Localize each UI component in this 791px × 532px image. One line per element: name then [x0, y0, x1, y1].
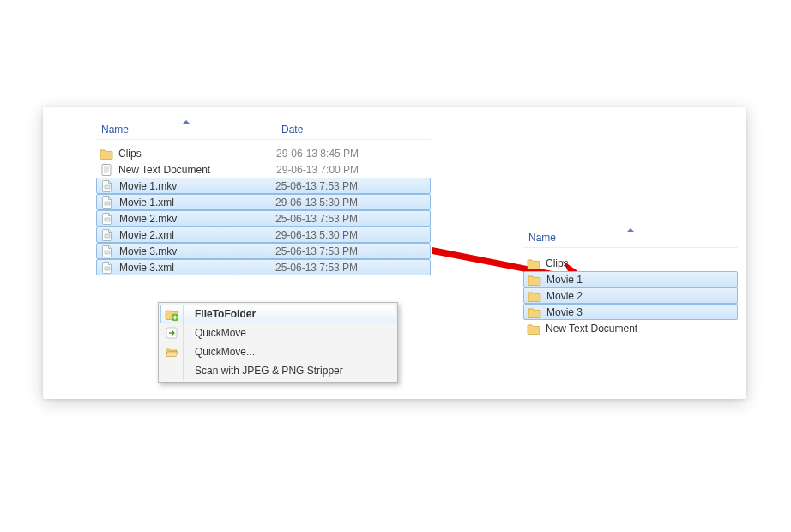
folder-add-icon — [162, 306, 181, 322]
file-name: Movie 3.mkv — [119, 245, 275, 257]
comparison-card: Name Date Clips29-06-13 8:45 PM New Text… — [43, 107, 746, 399]
menu-item-label: QuickMove — [190, 327, 246, 339]
menu-item[interactable]: FileToFolder — [160, 305, 396, 323]
svg-rect-0 — [102, 164, 111, 175]
menu-item-label: QuickMove... — [190, 346, 255, 358]
file-icon — [100, 212, 114, 226]
file-row[interactable]: Movie 3 — [523, 304, 738, 320]
file-date: 25-06-13 7:53 PM — [275, 180, 358, 192]
folder-icon — [528, 289, 541, 303]
menu-item[interactable]: Scan with JPEG & PNG Stripper — [160, 361, 396, 380]
context-menu: FileToFolder QuickMove QuickMove...Scan … — [158, 302, 398, 383]
menu-separator — [183, 305, 190, 323]
left-column-headers: Name Date — [96, 119, 431, 140]
file-row[interactable]: New Text Document29-06-13 7:00 PM — [96, 161, 431, 178]
file-name: Movie 3 — [546, 306, 583, 318]
svg-rect-9 — [105, 251, 110, 254]
menu-separator — [183, 323, 190, 342]
file-row[interactable]: New Text Document — [523, 320, 738, 336]
menu-separator — [183, 342, 190, 361]
menu-item[interactable]: QuickMove — [160, 323, 396, 342]
menu-item[interactable]: QuickMove... — [160, 342, 396, 361]
file-icon — [100, 196, 114, 209]
file-row[interactable]: Movie 3.mkv25-06-13 7:53 PM — [96, 243, 431, 259]
folder-icon — [527, 322, 540, 336]
column-header-date[interactable]: Date — [276, 124, 431, 136]
arrow-right-icon — [162, 325, 181, 341]
file-date: 25-06-13 7:53 PM — [275, 245, 358, 257]
left-file-list: Clips29-06-13 8:45 PM New Text Document2… — [96, 145, 431, 275]
file-name: New Text Document — [118, 164, 276, 176]
file-icon — [100, 245, 114, 258]
file-row[interactable]: Movie 2 — [523, 287, 738, 304]
left-explorer-pane: Name Date Clips29-06-13 8:45 PM New Text… — [96, 119, 431, 275]
right-file-list: Clips Movie 1 Movie 2 Movie 3 New Text D… — [523, 255, 738, 336]
file-name: Movie 2.mkv — [119, 213, 275, 225]
file-row[interactable]: Movie 2.mkv25-06-13 7:53 PM — [96, 210, 431, 227]
file-name: Movie 1 — [546, 274, 583, 286]
right-explorer-pane: Name Clips Movie 1 Movie 2 Movie 3 New T… — [523, 227, 738, 336]
file-date: 25-06-13 7:53 PM — [275, 213, 358, 225]
file-row[interactable]: Movie 1.mkv25-06-13 7:53 PM — [96, 178, 431, 194]
folder-open-icon — [162, 344, 181, 360]
folder-icon — [528, 273, 541, 287]
file-name: Movie 2.xml — [119, 229, 275, 241]
file-row[interactable]: Movie 3.xml25-06-13 7:53 PM — [96, 259, 431, 275]
file-row[interactable]: Movie 1.xml29-06-13 5:30 PM — [96, 194, 431, 210]
column-header-name[interactable]: Name — [96, 124, 276, 136]
folder-icon — [527, 257, 540, 270]
doc-icon — [100, 163, 113, 177]
file-name: Clips — [546, 257, 569, 269]
file-icon — [100, 179, 114, 193]
menu-item-label: FileToFolder — [190, 308, 256, 320]
right-column-headers: Name — [523, 227, 738, 248]
file-name: Movie 1.mkv — [119, 180, 275, 192]
svg-rect-5 — [105, 185, 110, 189]
file-name: Movie 1.xml — [119, 196, 275, 209]
menu-item-label: Scan with JPEG & PNG Stripper — [190, 365, 343, 377]
file-date: 29-06-13 7:00 PM — [276, 164, 359, 176]
file-row[interactable]: Movie 2.xml29-06-13 5:30 PM — [96, 227, 431, 243]
file-date: 29-06-13 5:30 PM — [275, 196, 358, 209]
sort-indicator-icon — [627, 228, 634, 232]
blank-icon — [162, 363, 181, 378]
folder-icon — [528, 305, 541, 319]
sort-indicator-icon — [183, 120, 190, 124]
file-date: 25-06-13 7:53 PM — [275, 262, 358, 274]
svg-rect-8 — [105, 234, 110, 238]
column-header-name[interactable]: Name — [523, 232, 738, 244]
file-date: 29-06-13 5:30 PM — [275, 229, 358, 241]
file-row[interactable]: Clips29-06-13 8:45 PM — [96, 145, 431, 161]
file-name: Movie 2 — [546, 290, 583, 302]
file-icon — [100, 228, 114, 242]
svg-rect-10 — [105, 267, 110, 270]
column-header-name-label: Name — [528, 232, 556, 244]
file-name: Movie 3.xml — [119, 262, 275, 274]
file-name: Clips — [118, 148, 276, 160]
menu-separator — [183, 361, 190, 380]
folder-icon — [100, 147, 113, 160]
svg-rect-6 — [105, 202, 110, 205]
file-row[interactable]: Movie 1 — [523, 271, 738, 287]
column-header-name-label: Name — [101, 124, 129, 136]
file-date: 29-06-13 8:45 PM — [276, 148, 359, 160]
svg-rect-7 — [105, 218, 110, 221]
column-header-date-label: Date — [281, 124, 303, 136]
file-row[interactable]: Clips — [523, 255, 738, 271]
file-icon — [100, 261, 114, 275]
file-name: New Text Document — [546, 323, 637, 335]
